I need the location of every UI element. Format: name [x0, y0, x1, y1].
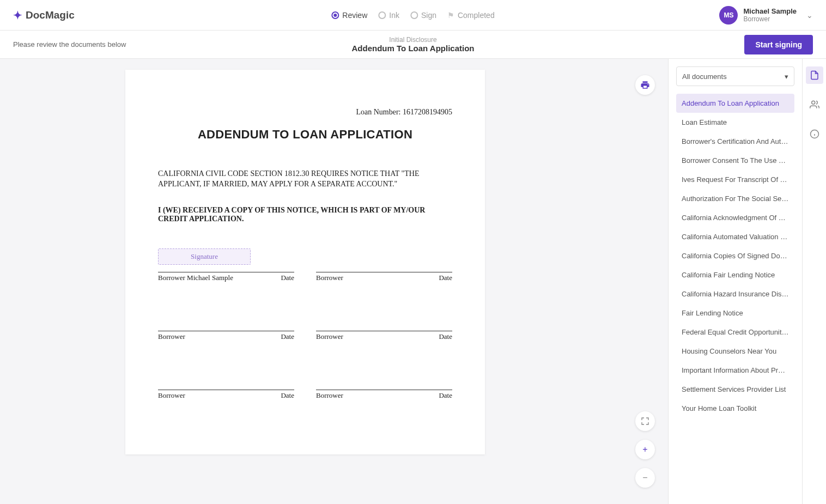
flag-icon: ⚑: [447, 11, 454, 20]
document-list-item[interactable]: Fair Lending Notice: [676, 303, 794, 323]
document-viewer[interactable]: + − Loan Number: 1617208194905 ADDENDUM …: [0, 59, 668, 504]
progress-steps: Review Ink Sign ⚑ Completed: [331, 11, 494, 20]
brand-text: DocMagic: [26, 9, 75, 21]
document-list-item[interactable]: Borrower's Certification And Authorizati…: [676, 132, 794, 151]
instruction-text: Please review the documents below: [13, 40, 126, 48]
user-name: Michael Sample: [743, 7, 797, 16]
viewer-tools-top: [635, 75, 655, 95]
people-icon: [810, 100, 819, 110]
signature-line: [158, 374, 294, 390]
signature-labels: BorrowerDate: [158, 332, 294, 341]
minus-icon: −: [642, 473, 647, 483]
signature-left-label: Borrower: [316, 391, 343, 400]
signature-block: SignatureBorrower Michael SampleDate: [158, 256, 294, 282]
acknowledgment-text: I (WE) RECEIVED A COPY OF THIS NOTICE, W…: [158, 206, 452, 223]
filter-label: All documents: [682, 72, 727, 81]
step-circle-icon: [410, 11, 418, 19]
viewer-tools-bottom: + −: [635, 411, 655, 488]
step-circle-icon: [378, 11, 386, 19]
star-icon: ✦: [13, 9, 22, 22]
document-category: Initial Disclosure: [352, 36, 475, 44]
start-signing-button[interactable]: Start signing: [744, 35, 813, 54]
step-label: Review: [342, 11, 367, 20]
document-list-item[interactable]: Housing Counselors Near You: [676, 342, 794, 361]
info-icon: [810, 129, 819, 139]
document-filter-dropdown[interactable]: All documents ▾: [676, 66, 794, 86]
user-menu[interactable]: MS Michael Sample Borrower ⌄: [719, 6, 813, 25]
signature-line: [316, 374, 452, 390]
user-info: Michael Sample Borrower: [743, 7, 797, 23]
signature-left-label: Borrower: [316, 332, 343, 341]
signature-labels: BorrowerDate: [316, 274, 452, 282]
signature-line: [158, 315, 294, 331]
document-list-item[interactable]: Settlement Services Provider List: [676, 380, 794, 399]
page-title: ADDENDUM TO LOAN APPLICATION: [158, 127, 452, 142]
signature-right-label: Date: [281, 391, 294, 400]
signature-line: [316, 315, 452, 331]
signature-right-label: Date: [281, 332, 294, 341]
document-list: Addendum To Loan ApplicationLoan Estimat…: [676, 94, 794, 418]
signature-block: BorrowerDate: [158, 315, 294, 341]
svg-point-0: [811, 101, 815, 104]
signature-grid: SignatureBorrower Michael SampleDateBorr…: [158, 256, 452, 400]
signature-line: [316, 256, 452, 272]
step-review[interactable]: Review: [331, 11, 367, 20]
document-list-item[interactable]: Ives Request For Transcript Of Tax Retur…: [676, 170, 794, 189]
document-page: Loan Number: 1617208194905 ADDENDUM TO L…: [125, 70, 485, 454]
signature-left-label: Borrower: [316, 274, 343, 282]
documents-panel-button[interactable]: [806, 66, 823, 84]
document-list-item[interactable]: Borrower Consent To The Use Of Tax Retur…: [676, 151, 794, 170]
info-panel-button[interactable]: [806, 125, 823, 143]
subheader: Please review the documents below Initia…: [0, 31, 826, 59]
main: + − Loan Number: 1617208194905 ADDENDUM …: [0, 59, 826, 504]
fullscreen-icon: [641, 417, 649, 426]
signature-block: BorrowerDate: [158, 374, 294, 400]
notice-text: CALIFORNIA CIVIL CODE SECTION 1812.30 RE…: [158, 169, 452, 190]
signature-block: BorrowerDate: [316, 315, 452, 341]
signature-right-label: Date: [281, 274, 294, 282]
zoom-out-button[interactable]: −: [635, 468, 655, 488]
signature-labels: Borrower Michael SampleDate: [158, 274, 294, 282]
signature-labels: BorrowerDate: [316, 391, 452, 400]
loan-number: Loan Number: 1617208194905: [158, 108, 452, 117]
fullscreen-button[interactable]: [635, 411, 655, 431]
step-label: Sign: [421, 11, 436, 20]
signature-left-label: Borrower Michael Sample: [158, 274, 233, 282]
signature-left-label: Borrower: [158, 332, 185, 341]
signature-block: BorrowerDate: [316, 374, 452, 400]
logo[interactable]: ✦ DocMagic: [13, 9, 75, 22]
document-list-item[interactable]: Addendum To Loan Application: [676, 94, 794, 113]
step-label: Ink: [389, 11, 399, 20]
document-list-item[interactable]: Loan Estimate: [676, 113, 794, 132]
document-list-item[interactable]: Authorization For The Social Security Ad…: [676, 189, 794, 208]
step-completed[interactable]: ⚑ Completed: [447, 11, 495, 20]
step-label: Completed: [458, 11, 495, 20]
step-sign[interactable]: Sign: [410, 11, 436, 20]
signature-block: BorrowerDate: [316, 256, 452, 282]
step-circle-icon: [331, 11, 339, 19]
signature-labels: BorrowerDate: [316, 332, 452, 341]
chevron-down-icon: ⌄: [806, 11, 813, 20]
document-list-item[interactable]: Important Information About Procedures F…: [676, 361, 794, 380]
signature-right-label: Date: [439, 391, 452, 400]
signature-placeholder[interactable]: Signature: [158, 248, 251, 265]
document-list-item[interactable]: Federal Equal Credit Opportunity Act Not…: [676, 323, 794, 342]
document-list-item[interactable]: California Fair Lending Notice: [676, 265, 794, 284]
document-list-item[interactable]: California Copies Of Signed Documents: [676, 246, 794, 265]
step-ink[interactable]: Ink: [378, 11, 399, 20]
participants-panel-button[interactable]: [806, 96, 823, 113]
chevron-down-icon: ▾: [785, 72, 788, 81]
signature-right-label: Date: [439, 332, 452, 341]
document-list-item[interactable]: California Acknowledgment Of Receipt Of …: [676, 208, 794, 227]
signature-right-label: Date: [439, 274, 452, 282]
zoom-in-button[interactable]: +: [635, 440, 655, 459]
document-list-item[interactable]: Your Home Loan Toolkit: [676, 399, 794, 418]
print-icon: [640, 80, 650, 90]
signature-left-label: Borrower: [158, 391, 185, 400]
document-icon: [810, 70, 819, 80]
document-list-item[interactable]: California Automated Valuation Model Not…: [676, 227, 794, 246]
document-list-item[interactable]: California Hazard Insurance Disclosure: [676, 284, 794, 303]
print-button[interactable]: [635, 75, 655, 95]
topbar: ✦ DocMagic Review Ink Sign ⚑ Completed M…: [0, 0, 826, 31]
document-sidebar: All documents ▾ Addendum To Loan Applica…: [668, 59, 802, 504]
